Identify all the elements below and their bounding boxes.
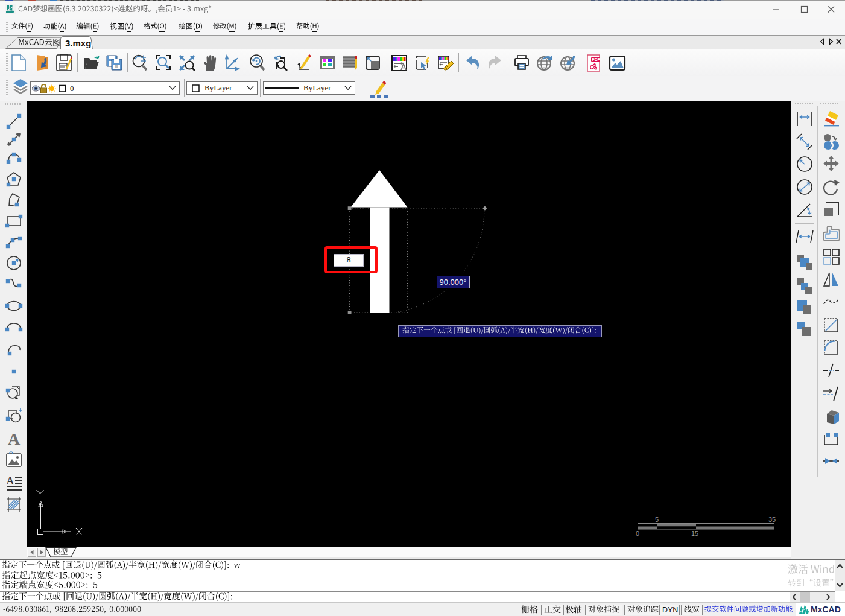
svg-text:A: A [6,474,14,487]
svg-text:15: 15 [691,530,698,537]
svg-text:PDF: PDF [592,57,600,62]
svg-text:0: 0 [636,530,639,537]
svg-text:5: 5 [655,516,659,523]
svg-text:35: 35 [768,516,776,523]
svg-text:A: A [8,430,21,448]
